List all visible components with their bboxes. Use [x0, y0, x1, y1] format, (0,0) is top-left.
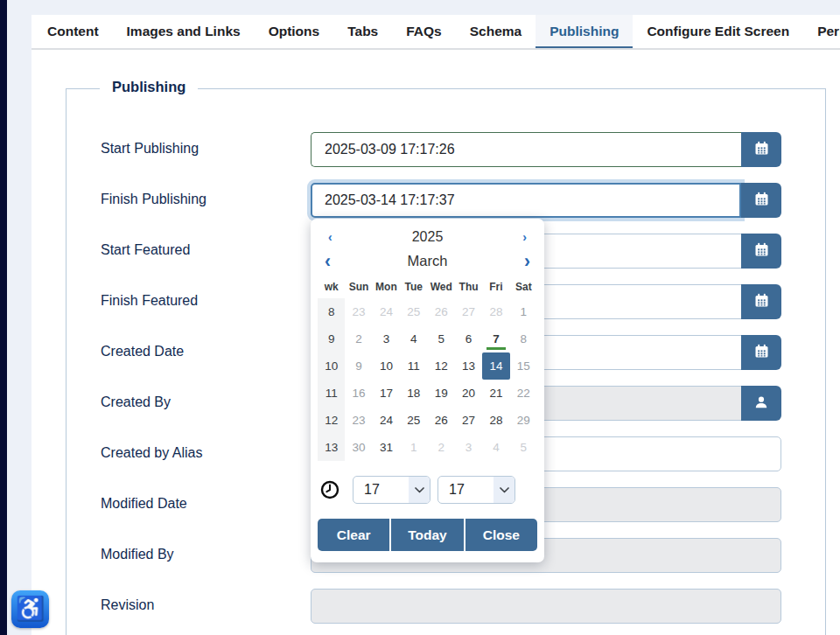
user-icon	[753, 394, 769, 413]
day-cell[interactable]: 13	[455, 352, 482, 380]
day-cell[interactable]: 1	[510, 298, 537, 325]
day-cell[interactable]: 23	[345, 298, 372, 325]
accessibility-button[interactable]: ♿	[11, 590, 49, 628]
revision-input	[311, 589, 781, 624]
day-cell[interactable]: 5	[510, 434, 537, 461]
chevron-down-icon	[409, 477, 430, 503]
day-cell[interactable]: 10	[373, 352, 400, 380]
datepicker-popup: ‹ 2025 › ‹ March › wk Sun Mon Tue Wed Th…	[311, 219, 544, 562]
day-cell[interactable]: 12	[428, 352, 455, 380]
day-cell[interactable]: 19	[428, 380, 455, 407]
clear-button[interactable]: Clear	[318, 519, 389, 551]
day-cell[interactable]: 29	[510, 407, 537, 434]
day-cell[interactable]: 4	[400, 325, 427, 352]
dow-wk: wk	[318, 281, 345, 293]
dow-sun: Sun	[345, 281, 372, 293]
day-cell[interactable]: 3	[455, 434, 482, 461]
finish-featured-calendar-button[interactable]	[741, 284, 781, 319]
day-cell[interactable]: 9	[345, 352, 372, 380]
previous-month-icon[interactable]: ‹	[325, 251, 331, 270]
day-cell[interactable]: 27	[455, 298, 482, 325]
minute-value: 17	[438, 482, 465, 498]
week-number: 8	[318, 298, 345, 325]
day-cell[interactable]: 27	[455, 407, 482, 434]
close-button[interactable]: Close	[466, 519, 537, 551]
day-cell[interactable]: 8	[510, 325, 537, 352]
finish-publishing-input[interactable]	[311, 183, 741, 218]
start-publishing-label: Start Publishing	[101, 141, 199, 157]
minute-select[interactable]: 17	[438, 476, 515, 504]
tab-images-and-links[interactable]: Images and Links	[113, 15, 255, 48]
day-cell[interactable]: 16	[345, 380, 372, 407]
day-cell-selected[interactable]: 14	[482, 352, 509, 380]
fieldset-legend: Publishing	[100, 79, 198, 95]
day-cell-today[interactable]: 7	[482, 325, 509, 352]
calendar-grid: 8 23 24 25 26 27 28 1 9 2 3 4 5 6 7 8 10…	[318, 298, 537, 461]
week-number: 13	[318, 434, 345, 461]
tab-content[interactable]: Content	[33, 15, 113, 48]
day-cell[interactable]: 26	[428, 407, 455, 434]
day-cell[interactable]: 5	[428, 325, 455, 352]
finish-publishing-calendar-button[interactable]	[741, 183, 781, 218]
day-cell[interactable]: 23	[345, 407, 372, 434]
day-cell[interactable]: 11	[400, 352, 427, 380]
tab-options[interactable]: Options	[255, 15, 334, 48]
calendar-icon	[754, 293, 769, 311]
day-cell[interactable]: 28	[482, 407, 509, 434]
day-cell[interactable]: 2	[345, 325, 372, 352]
tab-configure-edit-screen[interactable]: Configure Edit Screen	[633, 15, 803, 48]
day-cell[interactable]: 31	[373, 434, 400, 461]
created-by-select-user-button[interactable]	[741, 386, 781, 421]
calendar-icon	[754, 344, 769, 361]
sidebar-background	[7, 0, 32, 635]
day-cell[interactable]: 4	[482, 434, 509, 461]
start-featured-label: Start Featured	[101, 242, 190, 258]
day-of-week-header: wk Sun Mon Tue Wed Thu Fri Sat	[318, 281, 537, 293]
day-cell[interactable]: 21	[482, 380, 509, 407]
tab-tabs[interactable]: Tabs	[333, 15, 392, 48]
top-background	[32, 0, 840, 15]
day-cell[interactable]: 26	[428, 298, 455, 325]
day-cell[interactable]: 30	[345, 434, 372, 461]
day-cell[interactable]: 3	[373, 325, 400, 352]
datepicker-year: 2025	[412, 229, 444, 245]
day-cell[interactable]: 22	[510, 380, 537, 407]
tab-schema[interactable]: Schema	[456, 15, 536, 48]
start-featured-calendar-button[interactable]	[741, 234, 781, 269]
field-row-revision: Revision	[101, 589, 792, 624]
day-cell[interactable]: 24	[373, 298, 400, 325]
tab-permissions[interactable]: Permissions	[803, 15, 840, 48]
today-button[interactable]: Today	[391, 519, 463, 551]
created-date-label: Created Date	[101, 344, 184, 359]
modified-by-label: Modified By	[101, 547, 174, 562]
day-cell[interactable]: 20	[455, 380, 482, 407]
created-date-calendar-button[interactable]	[741, 335, 781, 370]
revision-label: Revision	[101, 597, 154, 613]
next-year-icon[interactable]: ›	[522, 231, 527, 243]
dow-fri: Fri	[482, 281, 509, 293]
day-cell[interactable]: 18	[400, 380, 427, 407]
day-cell[interactable]: 25	[400, 298, 427, 325]
day-cell[interactable]: 28	[482, 298, 509, 325]
day-cell[interactable]: 15	[510, 352, 537, 380]
day-cell[interactable]: 2	[428, 434, 455, 461]
previous-year-icon[interactable]: ‹	[328, 231, 332, 243]
tab-faqs[interactable]: FAQs	[392, 15, 455, 48]
hour-select[interactable]: 17	[353, 476, 430, 504]
finish-featured-label: Finish Featured	[101, 293, 198, 309]
day-cell[interactable]: 24	[373, 407, 400, 434]
start-publishing-calendar-button[interactable]	[741, 132, 781, 167]
clock-icon	[320, 480, 340, 499]
field-row-finish-publishing: Finish Publishing	[101, 183, 792, 218]
tab-bar: Content Images and Links Options Tabs FA…	[32, 15, 840, 50]
day-cell[interactable]: 17	[373, 380, 400, 407]
day-cell[interactable]: 6	[455, 325, 482, 352]
tab-publishing[interactable]: Publishing	[536, 15, 633, 48]
day-cell[interactable]: 1	[400, 434, 427, 461]
finish-publishing-label: Finish Publishing	[101, 192, 206, 207]
day-cell[interactable]: 25	[400, 407, 427, 434]
start-publishing-input[interactable]	[311, 132, 741, 167]
modified-date-label: Modified Date	[101, 496, 187, 512]
wheelchair-icon: ♿	[16, 597, 46, 621]
next-month-icon[interactable]: ›	[524, 251, 530, 270]
